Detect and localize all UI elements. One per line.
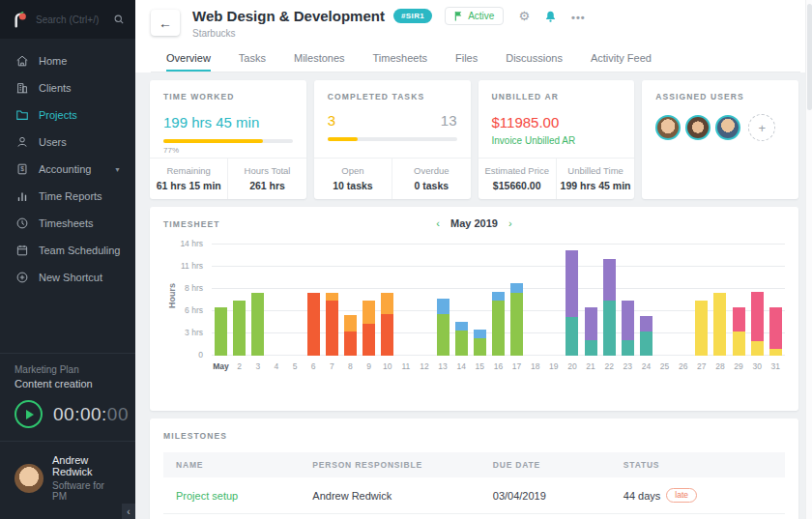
avatar xyxy=(14,464,44,493)
chart-bar-day-3[interactable] xyxy=(248,245,267,356)
time-worked-percent: 77% xyxy=(163,146,293,155)
milestone-status: 44 dayslate xyxy=(624,488,785,503)
completed-tasks-progress xyxy=(328,137,457,141)
project-status-button[interactable]: Active xyxy=(445,7,504,25)
next-month-button[interactable]: › xyxy=(508,218,512,229)
sidebar-item-team-scheduling[interactable]: Team Scheduling xyxy=(0,237,135,264)
chart-bar-day-28[interactable] xyxy=(710,245,729,356)
chart-x-tick: 16 xyxy=(489,361,508,371)
milestone-due-date: 03/04/2019 xyxy=(493,490,624,502)
notifications-bell-icon[interactable] xyxy=(544,10,557,23)
avatar[interactable] xyxy=(685,115,710,140)
tab-timesheets[interactable]: Timesheets xyxy=(373,43,427,72)
scrollbar-thumb[interactable] xyxy=(807,4,812,110)
chart-x-tick: 12 xyxy=(415,361,433,371)
chart-bar-day-31[interactable] xyxy=(767,245,785,356)
back-button[interactable]: ← xyxy=(151,10,180,36)
card-title: UNBILLED AR xyxy=(492,92,622,101)
bar-segment xyxy=(307,293,320,356)
invoice-icon: $ xyxy=(14,162,29,176)
chart-bar-day-23[interactable] xyxy=(619,245,637,356)
bar-segment xyxy=(713,293,726,356)
milestone-name-link[interactable]: Project setup xyxy=(163,490,312,502)
add-user-button[interactable]: + xyxy=(748,114,775,141)
chart-bar-day-17[interactable] xyxy=(508,245,526,356)
invoice-unbilled-link[interactable]: Invoice Unbilled AR xyxy=(492,135,622,146)
avatar[interactable] xyxy=(655,115,681,140)
chart-bar-day-29[interactable] xyxy=(730,245,748,356)
sidebar-item-users[interactable]: Users xyxy=(0,129,135,156)
chart-y-tick: 11 hrs xyxy=(181,261,203,271)
tab-tasks[interactable]: Tasks xyxy=(239,43,266,72)
sidebar-item-accounting[interactable]: $ Accounting ▼ xyxy=(0,156,135,183)
chart-bar-day-8[interactable] xyxy=(341,245,360,356)
calendar-icon xyxy=(14,244,29,257)
chart-bar-day-25 xyxy=(655,245,674,356)
tab-files[interactable]: Files xyxy=(455,43,478,72)
bar-segment xyxy=(640,332,652,356)
chart-bar-day-13[interactable] xyxy=(434,245,452,356)
bar-chart-icon xyxy=(14,189,29,203)
main-area: ← Web Design & Development #SIR1 Active … xyxy=(135,0,812,519)
scrollbar[interactable] xyxy=(805,0,812,519)
tab-discussions[interactable]: Discussions xyxy=(506,43,563,72)
sidebar-collapse-button[interactable]: ‹ xyxy=(122,504,135,519)
sidebar-item-projects[interactable]: Projects xyxy=(0,101,135,129)
chart-bar-day-7[interactable] xyxy=(323,245,341,356)
bar-segment xyxy=(566,317,578,356)
chart-bar-day-10[interactable] xyxy=(378,245,396,356)
tab-milestones[interactable]: Milestones xyxy=(294,43,345,72)
sidebar-item-new-shortcut[interactable]: New Shortcut xyxy=(0,264,135,291)
sidebar-item-clients[interactable]: Clients xyxy=(0,74,135,101)
bar-segment xyxy=(455,331,468,356)
chart-x-tick: 10 xyxy=(378,361,396,371)
flag-icon xyxy=(454,11,463,21)
estimated-price-stat: Estimated Price $15660.00 xyxy=(478,159,556,199)
chart-bar-day-27[interactable] xyxy=(692,245,710,356)
table-row[interactable]: Project setupAndrew Redwick03/04/201944 … xyxy=(163,477,785,514)
chart-bar-day-6[interactable] xyxy=(304,245,323,356)
current-user[interactable]: Andrew Redwick Software for PM xyxy=(0,441,135,519)
table-row[interactable]: DesignWalter Banks12/04/201935 dayslate xyxy=(163,514,785,519)
bar-segment xyxy=(455,322,468,331)
chart-bar-day-16[interactable] xyxy=(489,245,508,356)
chart-bar-day-9[interactable] xyxy=(360,245,378,356)
chart-bar-day-24[interactable] xyxy=(637,245,655,356)
chart-bar-day-21[interactable] xyxy=(582,245,600,356)
tasks-total-count: 13 xyxy=(441,112,457,129)
chart-bar-day-30[interactable] xyxy=(748,245,767,356)
settings-gear-icon[interactable]: ⚙ xyxy=(518,9,530,23)
sidebar-item-label: Timesheets xyxy=(39,217,93,229)
sidebar-item-home[interactable]: Home xyxy=(0,47,135,74)
chart-bar-day-14[interactable] xyxy=(452,245,471,356)
time-worked-progress xyxy=(163,139,293,143)
global-search[interactable]: Search (Ctrl+/) xyxy=(0,0,135,39)
milestones-card: MILESTONES NAME PERSON RESPONSIBLE DUE D… xyxy=(150,418,798,519)
tab-activity-feed[interactable]: Activity Feed xyxy=(591,43,652,72)
chart-bar-day-2[interactable] xyxy=(230,245,248,356)
timer-play-button[interactable] xyxy=(14,400,43,428)
tab-overview[interactable]: Overview xyxy=(166,43,211,72)
chart-bar-day-15[interactable] xyxy=(471,245,489,356)
late-badge: late xyxy=(666,488,697,503)
chart-period-label: May 2019 xyxy=(450,217,498,229)
overview-content: TIME WORKED 199 hrs 45 min 77% Remaining… xyxy=(135,72,812,519)
user-role: Software for PM xyxy=(52,480,121,502)
avatar[interactable] xyxy=(715,115,740,140)
prev-month-button[interactable]: ‹ xyxy=(436,218,440,229)
sidebar: Search (Ctrl+/) Home Clients Projects Us… xyxy=(0,0,135,519)
card-title: MILESTONES xyxy=(163,431,785,441)
chart-bar-day-22[interactable] xyxy=(600,245,619,356)
sidebar-item-label: Clients xyxy=(39,82,72,94)
chart-x-tick: 30 xyxy=(748,361,767,371)
svg-text:$: $ xyxy=(20,165,24,172)
project-tabs: Overview Tasks Milestones Timesheets Fil… xyxy=(151,43,800,72)
bar-segment xyxy=(215,307,227,356)
more-options-icon[interactable]: ••• xyxy=(571,10,586,23)
sidebar-item-time-reports[interactable]: Time Reports xyxy=(0,183,135,210)
chart-bar-day-1[interactable] xyxy=(212,245,230,356)
sidebar-item-label: Time Reports xyxy=(39,190,102,202)
sidebar-item-timesheets[interactable]: Timesheets xyxy=(0,210,135,237)
hours-total-stat: Hours Total 261 hrs xyxy=(227,159,305,199)
chart-bar-day-20[interactable] xyxy=(563,245,581,356)
